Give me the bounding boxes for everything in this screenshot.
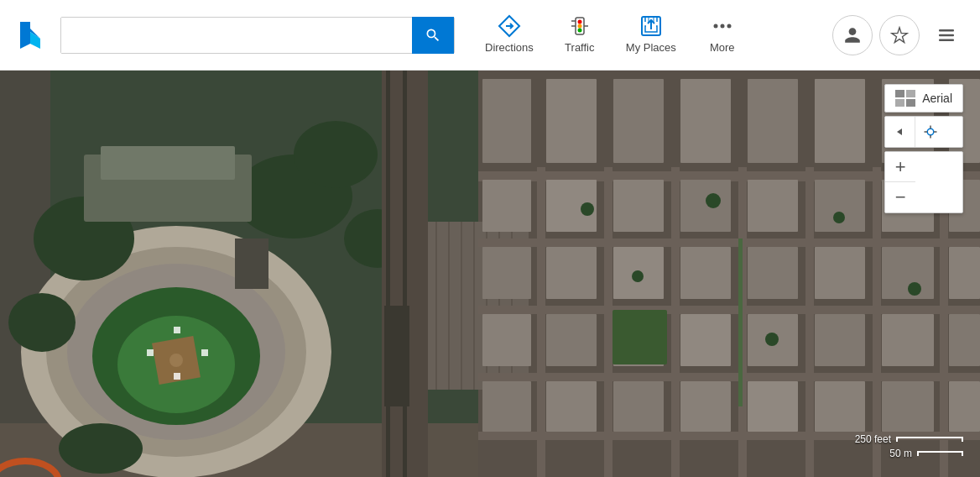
map-container[interactable]: Aerial + − <box>0 71 980 477</box>
rotate-left-button[interactable] <box>885 117 915 147</box>
svg-rect-19 <box>939 39 954 41</box>
svg-rect-92 <box>482 381 531 432</box>
hamburger-icon <box>936 25 957 45</box>
svg-rect-72 <box>748 180 798 232</box>
svg-rect-35 <box>174 373 180 380</box>
svg-rect-81 <box>815 247 865 299</box>
meters-scale-line <box>917 451 963 456</box>
svg-point-112 <box>632 270 644 282</box>
svg-rect-119 <box>101 146 235 180</box>
aerial-button[interactable]: Aerial <box>884 84 963 113</box>
svg-rect-101 <box>738 238 743 406</box>
svg-rect-83 <box>949 247 980 299</box>
directions-label: Directions <box>485 41 534 54</box>
nav-item-more[interactable]: More <box>693 6 752 65</box>
zoom-controls: + − <box>884 151 963 213</box>
svg-point-6 <box>577 28 581 32</box>
svg-rect-90 <box>882 314 934 366</box>
user-icon <box>843 26 862 45</box>
svg-rect-93 <box>546 381 597 432</box>
svg-rect-107 <box>748 79 798 163</box>
rewards-button[interactable] <box>879 15 920 55</box>
right-actions <box>832 15 967 55</box>
search-input[interactable] <box>61 18 412 53</box>
svg-rect-87 <box>680 314 731 366</box>
svg-rect-77 <box>546 247 597 299</box>
svg-rect-84 <box>482 314 531 366</box>
svg-point-115 <box>833 212 845 223</box>
svg-point-15 <box>720 24 724 28</box>
nav-item-traffic[interactable]: Traffic <box>550 6 609 65</box>
svg-point-32 <box>169 354 183 367</box>
feet-scale-line <box>896 437 963 442</box>
meters-scale-row: 50 m <box>889 448 963 459</box>
svg-rect-97 <box>815 381 865 432</box>
svg-rect-79 <box>680 247 731 299</box>
traffic-label: Traffic <box>565 41 594 54</box>
svg-rect-47 <box>384 306 409 406</box>
svg-rect-89 <box>815 314 865 366</box>
svg-rect-46 <box>403 71 407 477</box>
svg-point-114 <box>765 333 779 346</box>
compass-row <box>884 116 963 148</box>
svg-rect-91 <box>949 314 980 366</box>
svg-rect-45 <box>386 71 390 477</box>
traffic-icon <box>568 14 592 38</box>
user-button[interactable] <box>832 15 873 55</box>
svg-rect-33 <box>174 327 180 333</box>
header: Directions Traffic <box>0 0 980 71</box>
svg-rect-82 <box>882 247 934 299</box>
aerial-icon <box>895 90 915 107</box>
svg-rect-99 <box>949 381 980 432</box>
svg-point-111 <box>581 202 594 216</box>
myplaces-icon <box>639 14 663 38</box>
svg-rect-76 <box>482 247 531 299</box>
svg-point-5 <box>577 24 581 28</box>
map-controls: Aerial + − <box>884 84 963 213</box>
nav-items: Directions Traffic <box>472 6 752 65</box>
directions-icon <box>498 14 521 38</box>
svg-point-39 <box>8 293 76 352</box>
svg-point-120 <box>927 128 934 135</box>
svg-point-42 <box>294 121 378 188</box>
menu-button[interactable] <box>926 15 967 55</box>
svg-point-116 <box>908 282 921 296</box>
svg-rect-18 <box>939 34 954 36</box>
meters-scale-label: 50 m <box>889 448 912 459</box>
svg-rect-95 <box>680 381 731 432</box>
svg-point-16 <box>727 24 731 28</box>
more-dots-icon <box>711 14 734 38</box>
zoom-in-button[interactable]: + <box>885 152 915 182</box>
bing-logo[interactable] <box>13 17 50 54</box>
svg-rect-57 <box>478 238 980 247</box>
svg-rect-103 <box>482 79 531 163</box>
svg-point-40 <box>59 423 143 474</box>
rewards-icon <box>890 26 909 45</box>
locate-button[interactable] <box>915 117 946 147</box>
scale-bar: 250 feet 50 m <box>855 433 963 462</box>
search-button[interactable] <box>412 17 454 54</box>
svg-rect-34 <box>201 349 208 356</box>
svg-rect-70 <box>613 180 664 232</box>
more-label: More <box>710 41 735 54</box>
svg-rect-37 <box>235 238 268 289</box>
svg-rect-98 <box>882 381 934 432</box>
feet-scale-label: 250 feet <box>855 433 891 445</box>
crosshair-icon <box>923 124 938 139</box>
svg-rect-36 <box>147 349 154 356</box>
svg-rect-108 <box>815 79 865 163</box>
svg-rect-100 <box>612 310 667 364</box>
nav-item-myplaces[interactable]: My Places <box>612 6 690 65</box>
map-background <box>0 71 980 477</box>
svg-rect-85 <box>546 314 597 366</box>
nav-item-directions[interactable]: Directions <box>472 6 547 65</box>
svg-rect-59 <box>478 373 980 381</box>
svg-rect-73 <box>815 180 865 232</box>
svg-point-4 <box>577 19 581 24</box>
zoom-out-button[interactable]: − <box>885 182 915 212</box>
svg-rect-17 <box>939 29 954 32</box>
svg-rect-71 <box>680 180 731 232</box>
svg-point-113 <box>706 193 721 208</box>
svg-rect-104 <box>546 79 597 163</box>
svg-rect-58 <box>478 306 980 314</box>
